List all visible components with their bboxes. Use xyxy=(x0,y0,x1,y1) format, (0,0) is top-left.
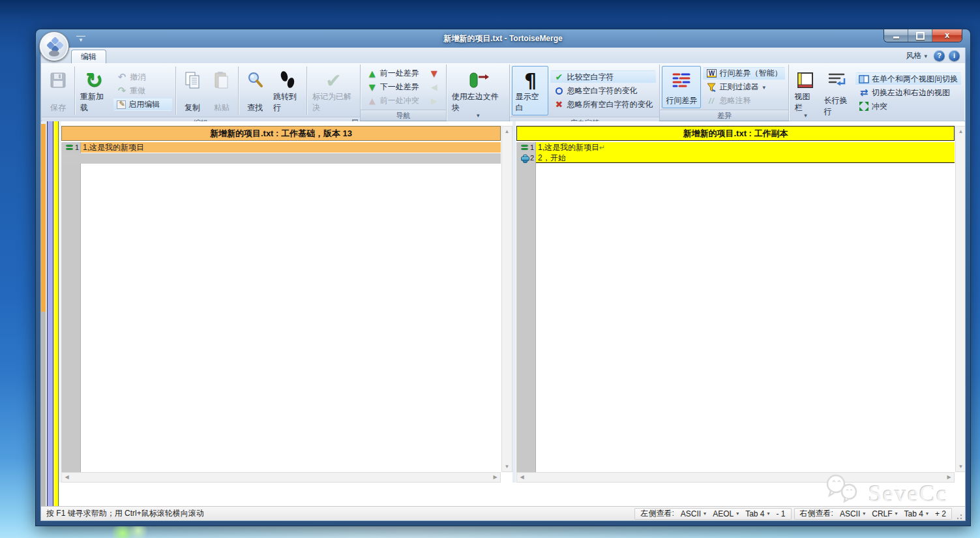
minimize-button[interactable] xyxy=(884,29,908,42)
locator-middle-strip[interactable] xyxy=(47,121,53,507)
wrap-lines-icon xyxy=(827,69,847,91)
save-button[interactable]: 保存 xyxy=(44,66,72,115)
swap-left-right-button[interactable]: ⇄ 切换左边和右边的视图 xyxy=(855,86,961,99)
left-vertical-scrollbar[interactable]: ▲ ▼ xyxy=(501,126,512,472)
app-window: 新增新的项目.txt - TortoiseMerge 编辑 风格 xyxy=(36,29,970,526)
arrow-down-green-icon: ▼ xyxy=(367,83,378,91)
right-line-1[interactable]: 1 1,这是我的新项目↵ xyxy=(516,142,955,153)
paste-button[interactable]: 粘贴 xyxy=(207,66,236,115)
copy-button[interactable]: 复制 xyxy=(178,66,207,115)
ignore-comments-button[interactable]: // 忽略注释 xyxy=(703,95,785,108)
ribbon-group-diff: 行间差异 W 行间差异（智能） 正则过滤器 xyxy=(660,65,789,121)
compare-whitespace-button[interactable]: ✔ 比较空白字符 xyxy=(550,70,656,83)
right-line-2[interactable]: 2 2，开始 xyxy=(516,153,955,163)
next-difference-button[interactable]: ▼ 下一处差异 xyxy=(364,81,423,94)
left-pane-header: 新增新的项目.txt : 工作基础，版本 13 xyxy=(61,126,501,141)
find-button[interactable]: 查找 xyxy=(241,66,269,115)
app-menu-button[interactable] xyxy=(39,31,69,61)
locator-left-strip[interactable] xyxy=(41,124,46,507)
regex-filter-button[interactable]: 正则过滤器 xyxy=(703,81,785,94)
locator-bar[interactable] xyxy=(41,121,61,507)
scroll-up-icon[interactable]: ▲ xyxy=(956,127,966,136)
search-icon xyxy=(246,69,263,91)
right-encoding-dropdown[interactable]: ASCII xyxy=(840,509,865,518)
show-whitespace-button[interactable]: ¶ 显示空白 xyxy=(512,66,548,115)
scroll-up-icon[interactable]: ▲ xyxy=(502,127,512,136)
wrap-long-lines-button[interactable]: 长行换行 xyxy=(820,66,854,119)
right-pane-header: 新增新的项目.txt : 工作副本 xyxy=(516,126,955,141)
title-bar[interactable]: 新增新的项目.txt - TortoiseMerge xyxy=(36,29,970,48)
conflicts-button[interactable]: 冲突 xyxy=(855,100,961,113)
word-diff-icon: W xyxy=(706,69,717,78)
scroll-down-icon[interactable]: ▼ xyxy=(956,462,966,471)
goto-line-button[interactable]: 跳转到行 xyxy=(270,66,304,115)
prev-inline-diff-button[interactable]: ◀ xyxy=(426,81,443,94)
line-text[interactable]: 1,这是我的新项目 xyxy=(81,142,501,153)
right-pane-document[interactable]: 1 1,这是我的新项目↵ 2 2，开始 xyxy=(516,142,955,472)
edit-pencil-icon: ✎ xyxy=(117,100,126,109)
equal-lines-icon xyxy=(521,145,528,150)
left-eol-dropdown[interactable]: AEOL xyxy=(713,509,739,518)
ignore-whitespace-changes-button[interactable]: 忽略空白字符的变化 xyxy=(550,84,656,97)
about-button[interactable]: i xyxy=(949,50,960,61)
right-vertical-scrollbar[interactable]: ▲ ▼ xyxy=(955,126,966,472)
redo-button[interactable]: ↷ 重做 xyxy=(113,84,172,97)
next-conflict-button[interactable]: ▼ xyxy=(426,67,443,80)
ribbon-group-edit: 保存 ↻ 重新加载 ↶ 撤消 ↷ 重做 xyxy=(42,65,361,121)
left-line-1[interactable]: 1 1,这是我的新项目 xyxy=(61,142,501,153)
switch-one-two-views-button[interactable]: 在单个和两个视图间切换 xyxy=(855,72,961,85)
dropdown-icon: ▾ xyxy=(477,113,480,117)
reload-button[interactable]: ↻ 重新加载 xyxy=(77,66,111,115)
left-pane-document[interactable]: 1 1,这是我的新项目 xyxy=(61,142,501,472)
left-horizontal-scrollbar[interactable]: ◀ ▶ xyxy=(61,472,501,483)
next-inline-diff-button[interactable]: ▶ xyxy=(426,95,443,108)
prev-conflict-button[interactable]: ▲ 前一处冲突 xyxy=(364,95,423,108)
right-view-label: 右侧查看: xyxy=(800,508,833,519)
bottom-white-band: SeveCc xyxy=(59,483,966,507)
scroll-left-icon[interactable]: ◀ xyxy=(62,473,72,482)
quick-access-dropdown-icon[interactable] xyxy=(76,34,85,43)
left-tab-dropdown[interactable]: Tab 4 xyxy=(745,509,769,518)
status-help-text: 按 F1 键寻求帮助；用 Ctrl+鼠标滚轮横向滚动 xyxy=(41,508,633,519)
ribbon-tab-row: 编辑 风格 ? i xyxy=(41,48,965,63)
right-eol-dropdown[interactable]: CRLF xyxy=(872,509,897,518)
split-view-icon xyxy=(859,75,869,83)
view-bars-button[interactable]: 视图栏 ▾ xyxy=(791,66,820,119)
undo-button[interactable]: ↶ 撤消 xyxy=(113,70,172,83)
close-button[interactable] xyxy=(932,29,962,42)
inline-diff-smart-button[interactable]: W 行间差异（智能） xyxy=(703,67,785,80)
resize-grip[interactable] xyxy=(954,511,963,520)
ignore-all-whitespace-button[interactable]: ✖ 忽略所有空白字符的变化 xyxy=(550,98,656,111)
line-text[interactable]: 2，开始 xyxy=(536,153,955,163)
equal-lines-icon xyxy=(66,145,73,150)
newline-mark-icon: ↵ xyxy=(599,143,605,152)
use-left-block-button[interactable]: 使用左边文件块 ▾ xyxy=(449,66,508,119)
diff-area: 新增新的项目.txt : 工作基础，版本 13 1 1,这是我的新项目 ▲ ▼ xyxy=(41,121,966,521)
help-button[interactable]: ? xyxy=(934,50,945,61)
left-pane: 新增新的项目.txt : 工作基础，版本 13 1 1,这是我的新项目 ▲ ▼ xyxy=(61,121,512,483)
mark-resolved-button[interactable]: ✔ 标记为已解决 xyxy=(309,66,358,115)
line-number: 1 xyxy=(530,142,534,153)
enable-edit-button[interactable]: ✎ 启用编辑 xyxy=(113,98,172,111)
tab-edit[interactable]: 编辑 xyxy=(71,50,106,63)
cross-red-icon: ✖ xyxy=(554,99,564,110)
arrow-up-green-icon: ▲ xyxy=(367,69,378,78)
maximize-button[interactable] xyxy=(908,29,932,42)
style-dropdown-button[interactable]: 风格 xyxy=(903,49,930,63)
ribbon-group-navigation: ▲ 前一处差异 ▼ 下一处差异 ▲ 前一处冲突 xyxy=(361,65,447,121)
ribbon: 保存 ↻ 重新加载 ↶ 撤消 ↷ 重做 xyxy=(41,63,965,121)
scroll-right-icon[interactable]: ▶ xyxy=(490,473,500,482)
locator-right-strip[interactable] xyxy=(54,121,59,507)
check-green-icon: ✔ xyxy=(554,72,564,82)
inline-diff-button[interactable]: 行间差异 xyxy=(662,66,701,108)
status-left-view: 左侧查看: ASCII AEOL Tab 4 - 1 xyxy=(634,508,791,520)
prev-difference-button[interactable]: ▲ 前一处差异 xyxy=(364,67,423,80)
left-encoding-dropdown[interactable]: ASCII xyxy=(681,509,706,518)
swap-arrows-icon: ⇄ xyxy=(859,87,869,98)
watermark-text: SeveCc xyxy=(869,480,948,507)
group-label-navigation: 导航 xyxy=(396,112,410,119)
conflict-arrows-icon xyxy=(859,102,869,111)
scroll-down-icon[interactable]: ▼ xyxy=(502,462,512,471)
right-tab-dropdown[interactable]: Tab 4 xyxy=(904,509,928,518)
scroll-left-icon[interactable]: ◀ xyxy=(517,473,527,482)
